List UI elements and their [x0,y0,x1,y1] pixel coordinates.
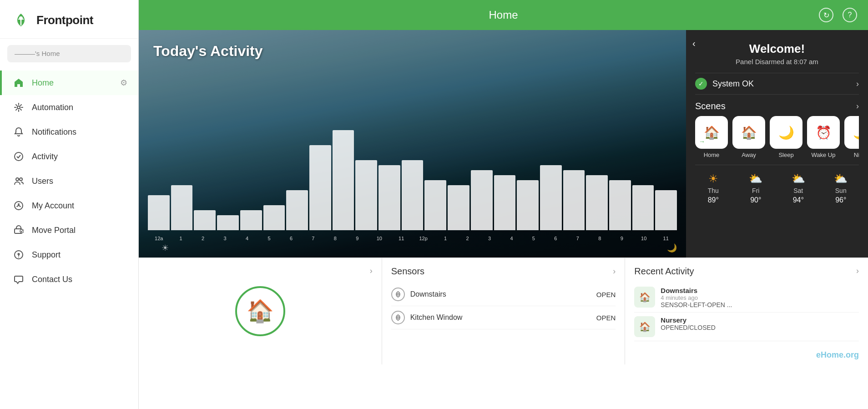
activity-icon-box: 🏠 [634,287,655,308]
chart-label: 6 [280,236,302,241]
main-content: Home ↻ ? Today's Activity 12a12345678910… [139,0,868,409]
recent-activity-chevron[interactable]: › [856,266,859,276]
chart-label: 4 [236,236,258,241]
weather-row: ☀ Thu 89° ⛅ Fri 90° ⛅ Sat 94° ⛅ Sun 96° [695,165,859,204]
refresh-icon[interactable]: ↻ [819,8,833,22]
scene-wake-up[interactable]: ⏰ Wake Up [807,116,840,158]
scene-away[interactable]: 🏠 Away [732,116,765,158]
support-icon [13,249,25,261]
sensor-downstairs[interactable]: Downstairs OPEN [391,283,616,306]
content-area: Today's Activity 12a123456789101112p1234… [139,30,868,409]
chart-bar [194,210,216,230]
chart-bar [355,160,377,230]
svg-point-7 [20,178,22,181]
chart-label: 5 [258,236,280,241]
activity-panel: Today's Activity 12a123456789101112p1234… [139,30,686,258]
scenes-grid: 🏠→ Home 🏠 Away 🌙 Sleep ⏰ Wake Up 🌙 Night [695,116,859,158]
home-selector[interactable]: ———'s Home [7,45,131,62]
activity-row-0[interactable]: 🏠 Downstairs 4 minutes ago SENSOR-LEFT-O… [634,283,859,313]
chart-bar [448,185,469,230]
svg-point-15 [397,317,399,318]
weather-Sat: ⛅ Sat 94° [780,172,817,204]
sidebar-item-support[interactable]: Support [0,242,138,267]
activity-item-name: Nursery [661,316,859,324]
activity-title: Today's Activity [153,43,263,60]
scenes-header: Scenes › [695,94,859,116]
weather-day-label: Thu [708,187,719,194]
back-button[interactable]: ‹ [692,38,696,49]
chart-bar [240,210,262,230]
scene-label: Sleep [778,151,793,158]
system-chevron: › [856,79,859,89]
security-panel: › 🏠 [139,258,382,364]
chart-label: 12a [148,236,170,241]
activity-list: 🏠 Downstairs 4 minutes ago SENSOR-LEFT-O… [634,283,859,341]
watermark: eHome.org [816,350,859,360]
sensor-kitchen-window[interactable]: Kitchen Window OPEN [391,306,616,329]
sensors-chevron[interactable]: › [613,267,616,276]
scene-sleep[interactable]: 🌙 Sleep [770,116,802,158]
activity-item-name: Downstairs [661,287,859,294]
sidebar-item-activity[interactable]: Activity [0,144,138,169]
chart-bar [148,195,170,230]
scene-night[interactable]: 🌙 Night [844,116,859,158]
chart-bar [540,165,562,230]
security-chevron[interactable]: › [370,266,373,276]
scene-icon-box: 🌙 [844,116,859,149]
automation-icon [13,101,25,113]
weather-sun-icon: ⛅ [749,172,762,185]
sensor-name: Downstairs [410,290,591,298]
scenes-chevron[interactable]: › [856,101,859,111]
sensor-name: Kitchen Window [410,313,591,322]
sidebar-item-users[interactable]: Users [0,169,138,193]
moon-icon: 🌙 [667,243,677,253]
activity-row-1[interactable]: 🏠 Nursery OPENED/CLOSED [634,313,859,341]
sensors-title: Sensors [391,266,424,277]
scene-home[interactable]: 🏠→ Home [695,116,728,158]
sidebar-item-move-portal[interactable]: Move Portal [0,218,138,242]
chart-label: 1 [434,236,456,241]
sidebar-item-home[interactable]: Home ⚙ [0,71,138,95]
weather-Thu: ☀ Thu 89° [695,172,732,204]
recent-activity-panel: Recent Activity › 🏠 Downstairs 4 minutes… [625,258,868,364]
sensors-header: Sensors › [391,266,616,277]
chart-label: 4 [500,236,522,241]
chart-label: 2 [456,236,478,241]
sidebar-nav: Home ⚙ Automation Notifications Activity… [0,69,138,409]
weather-day-label: Sun [835,187,847,194]
sidebar-label-users: Users [32,177,53,186]
security-button[interactable]: 🏠 [235,286,285,336]
scene-label: Away [742,151,756,158]
sidebar-item-notifications[interactable]: Notifications [0,120,138,144]
chart-label: 11 [390,236,412,241]
sidebar-item-automation[interactable]: Automation [0,95,138,120]
scene-icon-box: 🏠 [732,116,765,149]
scene-icon-box: 🏠→ [695,116,728,149]
sidebar-item-my-account[interactable]: My Account [0,193,138,218]
activity-item-icon: 🏠 [639,292,651,303]
scene-icon-box: 🌙 [770,116,802,149]
chart-bar [171,185,193,230]
scene-label: Home [704,151,720,158]
chart-bar [586,175,608,230]
topbar-icons: ↻ ? [819,8,857,22]
chart-bar [309,145,331,230]
svg-point-13 [18,257,19,258]
system-ok-row[interactable]: ✓ System OK › [695,73,859,94]
chart-label: 7 [302,236,324,241]
chart-bar [378,165,400,230]
svg-point-5 [15,152,23,161]
weather-sun-icon: ⛅ [792,172,805,185]
chart-bar [517,180,539,230]
activity-chart [148,121,677,230]
sidebar-label-contact-us: Contact Us [32,275,72,284]
sidebar-item-contact-us[interactable]: Contact Us [0,267,138,292]
help-icon[interactable]: ? [843,8,857,22]
gear-icon[interactable]: ⚙ [120,78,127,88]
chart-bar [494,175,516,230]
chart-label: 11 [655,236,676,241]
chart-bar [217,215,239,230]
weather-day-label: Sat [793,187,803,194]
move-portal-icon [13,224,25,236]
chart-label: 9 [611,236,633,241]
